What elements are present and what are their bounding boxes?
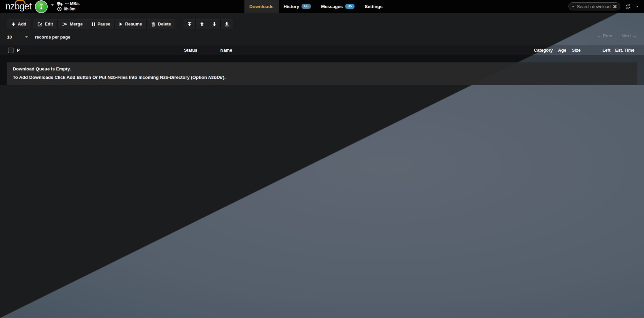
- empty-queue-option-name: NzbDir: [208, 75, 223, 80]
- queue-table-body: Download Queue Is Empty. To Add Download…: [0, 55, 644, 85]
- tab-messages-label: Messages: [321, 4, 343, 9]
- download-icon: [38, 3, 45, 10]
- search-options-caret-icon[interactable]: [572, 6, 574, 7]
- empty-queue-message-suffix: ).: [223, 75, 226, 80]
- records-per-page-select[interactable]: 10: [4, 33, 31, 41]
- column-header-name: Name: [220, 45, 232, 55]
- arrow-up-icon: [200, 22, 204, 26]
- add-button-group: Add: [7, 19, 31, 29]
- play-icon: [119, 22, 123, 26]
- merge-icon: [62, 22, 67, 26]
- records-per-page-label: records per page: [35, 33, 71, 41]
- tab-downloads[interactable]: Downloads: [244, 0, 279, 13]
- move-up-button[interactable]: [196, 19, 208, 29]
- empty-queue-title: Download Queue Is Empty.: [13, 66, 631, 71]
- refresh-icon[interactable]: [625, 4, 631, 9]
- navbar-dropdown-caret-icon[interactable]: [636, 6, 639, 7]
- download-menu-button[interactable]: [35, 0, 48, 13]
- arrow-down-icon: [212, 22, 217, 26]
- empty-queue-panel: Download Queue Is Empty. To Add Download…: [7, 62, 637, 85]
- column-header-category: Category: [534, 45, 553, 55]
- column-header-priority: P: [17, 45, 20, 55]
- tab-history-label: History: [284, 4, 300, 9]
- add-button[interactable]: Add: [7, 19, 31, 29]
- move-top-button[interactable]: [183, 19, 196, 29]
- column-header-size: Size: [572, 45, 581, 55]
- trash-icon: [151, 22, 155, 26]
- prev-page-link[interactable]: ← Prev: [597, 33, 612, 38]
- merge-button-label: Merge: [70, 21, 83, 26]
- queue-table-header: P Status Name Category Age Size Left Est…: [0, 45, 644, 55]
- column-header-est-time: Est. Time: [615, 45, 635, 55]
- tab-settings[interactable]: Settings: [360, 0, 387, 13]
- column-header-age: Age: [558, 45, 566, 55]
- delete-button[interactable]: Delete: [147, 19, 175, 29]
- column-header-left: Left: [598, 45, 610, 55]
- pager: ← Prev Next →: [597, 33, 637, 38]
- pause-icon: [92, 22, 95, 26]
- pause-button-label: Pause: [97, 21, 110, 26]
- empty-queue-message: To Add Downloads Click Add Button Or Put…: [13, 75, 631, 80]
- navbar-right-controls: [568, 0, 639, 13]
- pause-button[interactable]: Pause: [87, 19, 115, 29]
- move-bottom-button[interactable]: [221, 19, 233, 29]
- search-box[interactable]: [568, 2, 620, 10]
- records-per-page-value: 10: [7, 35, 12, 40]
- select-all-checkbox[interactable]: [8, 48, 13, 53]
- search-input[interactable]: [577, 4, 611, 9]
- next-page-link[interactable]: Next →: [622, 33, 637, 38]
- queue-toolbar: Add Edit Merge: [7, 19, 233, 29]
- tab-messages[interactable]: Messages 35: [316, 0, 360, 13]
- move-down-button[interactable]: [208, 19, 221, 29]
- clear-search-icon[interactable]: [613, 5, 617, 8]
- edit-actions-group: Edit Merge Pause Resume: [33, 19, 175, 29]
- resume-button[interactable]: Resume: [115, 19, 147, 29]
- move-buttons-group: [183, 19, 233, 29]
- resume-button-label: Resume: [125, 21, 142, 26]
- move-top-icon: [187, 22, 192, 26]
- delete-button-label: Delete: [158, 21, 171, 26]
- edit-button[interactable]: Edit: [33, 19, 58, 29]
- tab-settings-label: Settings: [365, 4, 382, 9]
- tab-history[interactable]: History 66: [279, 0, 316, 13]
- select-caret-icon: [25, 36, 28, 38]
- edit-icon: [38, 22, 42, 26]
- main-tabs: Downloads History 66 Messages 35 Setting…: [0, 0, 638, 13]
- messages-count-badge: 35: [345, 4, 355, 9]
- tab-downloads-label: Downloads: [249, 4, 274, 9]
- plus-icon: [11, 22, 15, 26]
- empty-queue-message-prefix: To Add Downloads Click Add Button Or Put…: [13, 75, 208, 80]
- add-button-label: Add: [18, 21, 26, 26]
- top-navbar: nzbget --- MB: [0, 0, 644, 13]
- column-header-status: Status: [184, 45, 197, 55]
- history-count-badge: 66: [302, 4, 311, 9]
- nzbget-app: nzbget --- MB: [0, 0, 644, 318]
- move-bottom-icon: [225, 22, 229, 26]
- merge-button[interactable]: Merge: [58, 19, 87, 29]
- edit-button-label: Edit: [45, 21, 53, 26]
